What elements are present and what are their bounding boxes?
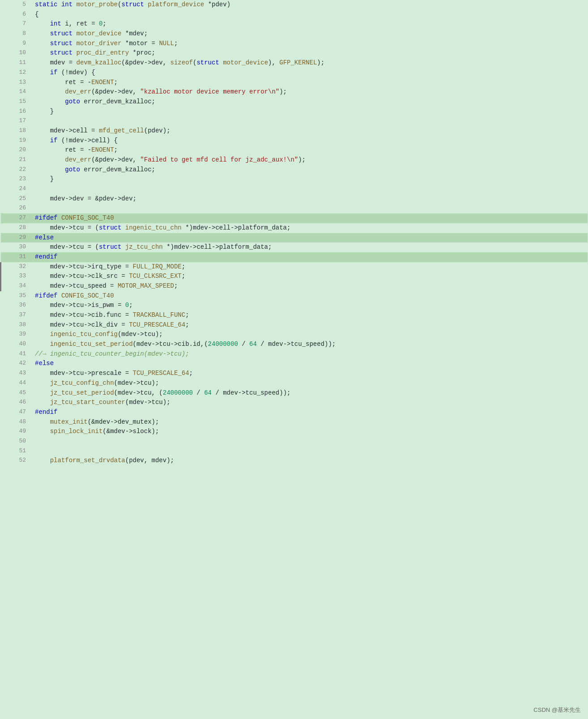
code-line: 28 mdev->tcu = (struct ingenic_tcu_chn *… — [1, 223, 588, 233]
line-number: 18 — [1, 126, 32, 136]
line-content: #else — [31, 359, 587, 369]
code-line: 40 ingenic_tcu_set_period(mdev->tcu->cib… — [1, 340, 588, 349]
code-line: 51 — [1, 447, 588, 456]
code-line: 42#else — [1, 359, 588, 369]
line-content: int i, ret = 0; — [31, 19, 587, 29]
line-content: { — [31, 10, 587, 20]
code-container: 5static int motor_probe(struct platform_… — [0, 0, 588, 466]
line-content: struct motor_device *mdev; — [31, 29, 587, 39]
code-line: 30 mdev->tcu = (struct jz_tcu_chn *)mdev… — [1, 243, 588, 252]
line-number: 15 — [1, 97, 32, 107]
code-line: 43 mdev->tcu->prescale = TCU_PRESCALE_64… — [1, 369, 588, 379]
code-line: 12 if (!mdev) { — [1, 68, 588, 78]
code-line: 36 mdev->tcu->is_pwm = 0; — [1, 301, 588, 311]
line-number: 21 — [1, 155, 32, 165]
code-line: 22 goto error_devm_kzalloc; — [1, 165, 588, 175]
code-line: 19 if (!mdev->cell) { — [1, 136, 588, 146]
line-number: 12 — [1, 68, 32, 78]
code-table: 5static int motor_probe(struct platform_… — [0, 0, 588, 466]
line-content: ret = -ENOENT; — [31, 145, 587, 155]
line-number: 29 — [1, 233, 32, 243]
line-number: 27 — [1, 213, 32, 223]
line-content: if (!mdev->cell) { — [31, 136, 587, 146]
line-content: ret = -ENOENT; — [31, 78, 587, 88]
line-content: #ifdef CONFIG_SOC_T40 — [31, 213, 587, 223]
line-number: 38 — [1, 320, 32, 330]
line-content: jz_tcu_set_period(mdev->tcu, (24000000 /… — [31, 388, 587, 398]
line-number: 50 — [1, 437, 32, 447]
line-content: mdev->tcu->is_pwm = 0; — [31, 301, 587, 311]
code-line: 32 mdev->tcu->irq_type = FULL_IRQ_MODE; — [1, 262, 588, 272]
line-content: ingenic_tcu_config(mdev->tcu); — [31, 330, 587, 340]
line-number: 35 — [1, 291, 32, 301]
line-number: 48 — [1, 417, 32, 427]
code-line: 18 mdev->cell = mfd_get_cell(pdev); — [1, 126, 588, 136]
line-content: goto error_devm_kzalloc; — [31, 165, 587, 175]
line-number: 28 — [1, 223, 32, 233]
code-line: 8 struct motor_device *mdev; — [1, 29, 588, 39]
line-content: goto error_devm_kzalloc; — [31, 97, 587, 107]
line-number: 41 — [1, 349, 32, 359]
line-number: 37 — [1, 311, 32, 320]
line-content: #else — [31, 233, 587, 243]
line-number: 5 — [1, 0, 32, 10]
line-number: 14 — [1, 87, 32, 97]
code-line: 25 mdev->dev = &pdev->dev; — [1, 194, 588, 204]
line-content — [31, 204, 587, 213]
line-content: mutex_init(&mdev->dev_mutex); — [31, 417, 587, 427]
line-number: 13 — [1, 78, 32, 88]
line-content: static int motor_probe(struct platform_d… — [31, 0, 587, 10]
code-line: 52 platform_set_drvdata(pdev, mdev); — [1, 456, 588, 466]
code-line: 26 — [1, 204, 588, 213]
code-line: 15 goto error_devm_kzalloc; — [1, 97, 588, 107]
line-number: 43 — [1, 369, 32, 379]
line-content: mdev->dev = &pdev->dev; — [31, 194, 587, 204]
code-line: 37 mdev->tcu->cib.func = TRACKBALL_FUNC; — [1, 311, 588, 320]
line-content: mdev->tcu->prescale = TCU_PRESCALE_64; — [31, 369, 587, 379]
line-number: 20 — [1, 145, 32, 155]
line-content: mdev->tcu = (struct ingenic_tcu_chn *)md… — [31, 223, 587, 233]
code-line: 39 ingenic_tcu_config(mdev->tcu); — [1, 330, 588, 340]
line-number: 11 — [1, 58, 32, 68]
watermark: CSDN @基米先生 — [533, 706, 581, 715]
code-line: 47#endif — [1, 408, 588, 417]
line-number: 52 — [1, 456, 32, 466]
code-line: 41//→ ingenic_tcu_counter_begin(mdev->tc… — [1, 349, 588, 359]
line-content: mdev->tcu_speed = MOTOR_MAX_SPEED; — [31, 281, 587, 291]
line-number: 36 — [1, 301, 32, 311]
code-line: 5static int motor_probe(struct platform_… — [1, 0, 588, 10]
line-number: 46 — [1, 398, 32, 408]
line-number: 33 — [1, 272, 32, 281]
line-number: 47 — [1, 408, 32, 417]
line-number: 25 — [1, 194, 32, 204]
code-line: 29#else — [1, 233, 588, 243]
line-number: 8 — [1, 29, 32, 39]
code-line: 9 struct motor_driver *motor = NULL; — [1, 39, 588, 49]
line-number: 42 — [1, 359, 32, 369]
line-content: #ifdef CONFIG_SOC_T40 — [31, 291, 587, 301]
line-content: mdev->tcu->clk_div = TCU_PRESCALE_64; — [31, 320, 587, 330]
code-line: 7 int i, ret = 0; — [1, 19, 588, 29]
line-content: jz_tcu_config_chn(mdev->tcu); — [31, 379, 587, 388]
code-line: 45 jz_tcu_set_period(mdev->tcu, (2400000… — [1, 388, 588, 398]
line-content — [31, 437, 587, 447]
line-number: 17 — [1, 116, 32, 126]
code-line: 33 mdev->tcu->clk_src = TCU_CLKSRC_EXT; — [1, 272, 588, 281]
line-content — [31, 184, 587, 194]
line-content: ingenic_tcu_set_period(mdev->tcu->cib.id… — [31, 340, 587, 349]
code-line: 6{ — [1, 10, 588, 20]
code-line: 46 jz_tcu_start_counter(mdev->tcu); — [1, 398, 588, 408]
code-line: 34 mdev->tcu_speed = MOTOR_MAX_SPEED; — [1, 281, 588, 291]
line-number: 32 — [1, 262, 32, 272]
code-line: 44 jz_tcu_config_chn(mdev->tcu); — [1, 379, 588, 388]
line-number: 9 — [1, 39, 32, 49]
code-line: 35#ifdef CONFIG_SOC_T40 — [1, 291, 588, 301]
code-line: 31#endif — [1, 252, 588, 262]
line-content: dev_err(&pdev->dev, "Failed to get mfd c… — [31, 155, 587, 165]
line-number: 40 — [1, 340, 32, 349]
line-content: dev_err(&pdev->dev, "kzalloc motor devic… — [31, 87, 587, 97]
line-number: 49 — [1, 427, 32, 437]
code-line: 14 dev_err(&pdev->dev, "kzalloc motor de… — [1, 87, 588, 97]
code-line: 16 } — [1, 107, 588, 117]
line-number: 51 — [1, 447, 32, 456]
